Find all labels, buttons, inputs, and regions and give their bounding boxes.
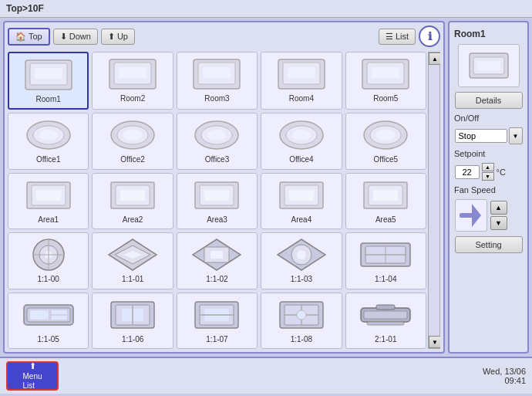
right-panel: Room1 Details On/Off Stop On Off ▼ Setpo… bbox=[448, 21, 529, 354]
grid-item-icon-1107 bbox=[190, 296, 243, 333]
grid-item-icon-area1 bbox=[22, 177, 75, 214]
fan-speed-icon bbox=[455, 199, 487, 232]
grid-item-office2[interactable]: Office2 bbox=[92, 113, 173, 169]
grid-item-office4[interactable]: Office4 bbox=[261, 113, 342, 169]
grid-item-office1[interactable]: Office1 bbox=[8, 113, 89, 169]
svg-point-29 bbox=[376, 130, 395, 140]
list-button[interactable]: ☰ List bbox=[379, 29, 416, 45]
svg-rect-38 bbox=[204, 190, 229, 201]
grid-item-office3[interactable]: Office3 bbox=[177, 113, 258, 169]
fan-speed-down-button[interactable]: ▼ bbox=[490, 216, 507, 230]
device-grid: Room1 Room2 Room3 bbox=[8, 52, 428, 349]
list-icon: ☰ bbox=[386, 32, 393, 42]
svg-rect-55 bbox=[210, 251, 223, 259]
grid-item-icon-office1 bbox=[22, 117, 75, 154]
grid-item-icon-room1 bbox=[22, 56, 75, 93]
scroll-down-button[interactable]: ▼ bbox=[429, 336, 440, 348]
grid-item-area2[interactable]: Area2 bbox=[92, 173, 173, 229]
grid-item-1107[interactable]: 1:1-07 bbox=[177, 293, 258, 349]
svg-point-26 bbox=[292, 130, 311, 140]
grid-item-label-1108: 1:1-08 bbox=[291, 335, 312, 344]
grid-item-icon-area4 bbox=[275, 177, 328, 214]
grid-item-1100[interactable]: 1:1-00 bbox=[8, 232, 89, 289]
time-line: 09:41 bbox=[483, 376, 526, 385]
bottom-bar: ⬆ MenuList Wed, 13/06 09:41 bbox=[0, 357, 532, 394]
setpoint-label: Setpoint bbox=[454, 149, 485, 158]
grid-item-room5[interactable]: Room5 bbox=[345, 52, 426, 110]
grid-item-area1[interactable]: Area1 bbox=[8, 173, 89, 229]
scroll-up-button[interactable]: ▲ bbox=[429, 52, 440, 65]
grid-item-2101[interactable]: 2:1-01 bbox=[345, 293, 426, 349]
grid-item-label-2101: 2:1-01 bbox=[375, 335, 396, 344]
setpoint-spinner: ▲ ▼ bbox=[482, 163, 494, 181]
top-button[interactable]: 🏠 Top bbox=[8, 28, 50, 46]
grid-item-area5[interactable]: Area5 bbox=[345, 173, 426, 229]
grid-item-1108[interactable]: 1:1-08 bbox=[261, 293, 342, 349]
on-off-arrow[interactable]: ▼ bbox=[509, 127, 523, 144]
svg-rect-11 bbox=[288, 67, 315, 78]
svg-point-20 bbox=[123, 130, 142, 140]
grid-item-label-1107: 1:1-07 bbox=[206, 335, 227, 344]
menu-list-button[interactable]: ⬆ MenuList bbox=[6, 361, 59, 391]
grid-item-label-room4: Room4 bbox=[289, 94, 314, 103]
up-icon: ⬆ bbox=[108, 32, 115, 42]
grid-item-icon-office4 bbox=[275, 117, 328, 154]
grid-item-area4[interactable]: Area4 bbox=[261, 173, 342, 229]
grid-item-room1[interactable]: Room1 bbox=[8, 52, 89, 110]
setpoint-up-button[interactable]: ▲ bbox=[482, 163, 494, 171]
grid-item-office5[interactable]: Office5 bbox=[345, 113, 426, 169]
svg-marker-89 bbox=[472, 204, 481, 227]
grid-item-label-office3: Office3 bbox=[205, 155, 230, 164]
grid-item-label-area2: Area2 bbox=[123, 215, 143, 224]
grid-item-label-room5: Room5 bbox=[373, 94, 398, 103]
grid-item-icon-1100 bbox=[22, 236, 75, 273]
grid-item-1104[interactable]: 1:1-04 bbox=[345, 232, 426, 289]
grid-item-label-area3: Area3 bbox=[207, 215, 227, 224]
details-button[interactable]: Details bbox=[455, 92, 523, 109]
grid-item-icon-area3 bbox=[190, 177, 243, 214]
info-button[interactable]: ℹ bbox=[419, 25, 440, 47]
grid-item-label-area1: Area1 bbox=[38, 215, 59, 224]
grid-item-icon-1101 bbox=[106, 236, 159, 273]
svg-rect-65 bbox=[30, 310, 49, 320]
grid-item-1101[interactable]: 1:1-01 bbox=[92, 232, 173, 289]
room-preview bbox=[458, 44, 520, 87]
scrollbar[interactable]: ▲ ▼ bbox=[428, 52, 440, 349]
svg-rect-66 bbox=[52, 310, 67, 314]
datetime: Wed, 13/06 09:41 bbox=[483, 367, 526, 385]
on-off-select[interactable]: Stop On Off bbox=[455, 129, 507, 143]
grid-item-label-area5: Area5 bbox=[375, 215, 396, 224]
grid-item-1106[interactable]: 1:1-06 bbox=[92, 293, 173, 349]
grid-item-1105[interactable]: 1:1-05 bbox=[8, 293, 89, 349]
grid-item-icon-room5 bbox=[359, 56, 412, 93]
grid-item-icon-room3 bbox=[190, 56, 243, 93]
svg-rect-84 bbox=[367, 322, 404, 325]
grid-item-area3[interactable]: Area3 bbox=[177, 173, 258, 229]
grid-item-room2[interactable]: Room2 bbox=[92, 52, 173, 110]
svg-rect-44 bbox=[373, 190, 398, 201]
header: Top>10F bbox=[0, 0, 532, 18]
grid-item-icon-1106 bbox=[106, 296, 159, 333]
setpoint-input[interactable] bbox=[455, 165, 480, 179]
grid-item-room3[interactable]: Room3 bbox=[177, 52, 258, 110]
grid-wrapper: Room1 Room2 Room3 bbox=[8, 52, 440, 349]
grid-item-label-room3: Room3 bbox=[204, 94, 229, 103]
room-preview-icon bbox=[466, 49, 512, 82]
fan-speed-up-button[interactable]: ▲ bbox=[490, 201, 507, 215]
grid-item-1102[interactable]: 1:1-02 bbox=[177, 232, 258, 289]
setpoint-down-button[interactable]: ▼ bbox=[482, 172, 494, 181]
main-layout: 🏠 Top ⬇ Down ⬆ Up ☰ List ℹ bbox=[0, 18, 532, 357]
setting-button[interactable]: Setting bbox=[455, 236, 523, 253]
grid-item-room4[interactable]: Room4 bbox=[261, 52, 342, 110]
grid-item-icon-1102 bbox=[190, 236, 243, 273]
down-button[interactable]: ⬇ Down bbox=[53, 29, 98, 45]
grid-item-icon-office5 bbox=[359, 117, 412, 154]
grid-item-icon-1108 bbox=[275, 296, 328, 333]
up-button[interactable]: ⬆ Up bbox=[101, 29, 135, 45]
grid-item-icon-area2 bbox=[106, 177, 159, 214]
grid-item-1103[interactable]: 1:1-03 bbox=[261, 232, 342, 289]
fan-arrows: ▲ ▼ bbox=[490, 201, 507, 230]
svg-rect-35 bbox=[120, 190, 145, 201]
home-icon: 🏠 bbox=[15, 32, 26, 42]
grid-item-label-room2: Room2 bbox=[120, 94, 145, 103]
